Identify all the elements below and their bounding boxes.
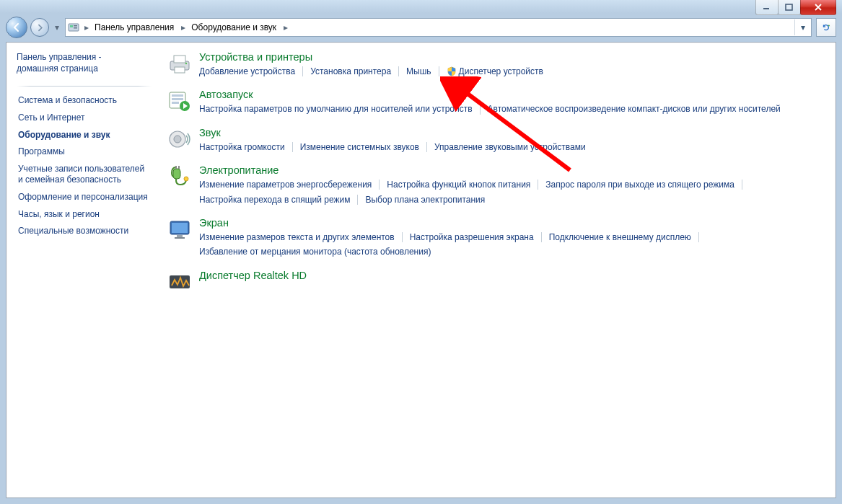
svg-rect-18: [175, 166, 177, 169]
divider: [742, 180, 742, 190]
task-link[interactable]: Добавление устройства: [199, 64, 295, 79]
sidebar-item[interactable]: Учетные записи пользователей и семейная …: [17, 161, 152, 189]
autoplay-icon: [167, 89, 192, 113]
divider: [398, 66, 399, 76]
chevron-right-icon[interactable]: ▸: [82, 22, 92, 32]
display-icon: [167, 217, 192, 242]
task-link[interactable]: Управление звуковыми устройствами: [434, 140, 586, 154]
sidebar-item[interactable]: Система и безопасность: [17, 92, 152, 110]
svg-rect-5: [74, 27, 77, 29]
category: ЭкранИзменение размеров текста и других …: [167, 217, 823, 260]
task-link[interactable]: Автоматическое воспроизведение компакт-д…: [488, 102, 781, 116]
task-link[interactable]: Изменение размеров текста и других элеме…: [199, 230, 395, 244]
window-frame: ▾ ▸ Панель управления ▸ Оборудование и з…: [0, 0, 842, 504]
task-link[interactable]: Мышь: [406, 64, 431, 79]
svg-rect-0: [763, 8, 769, 9]
task-link[interactable]: Изменение параметров энергосбережения: [199, 177, 372, 192]
printer-icon: [167, 51, 192, 76]
control-panel-icon: [66, 22, 82, 33]
sidebar: Панель управления - домашняя страница Си…: [6, 43, 154, 498]
task-link[interactable]: Подключение к внешнему дисплею: [549, 230, 691, 244]
address-bar[interactable]: ▸ Панель управления ▸ Оборудование и зву…: [65, 18, 812, 37]
svg-rect-22: [172, 223, 188, 233]
breadcrumb-seg-control-panel[interactable]: Панель управления: [92, 19, 178, 35]
category: ЗвукНастройка громкостиИзменение системн…: [167, 127, 823, 154]
sidebar-item[interactable]: Программы: [17, 143, 152, 161]
divider: [698, 232, 699, 242]
divider: [541, 232, 542, 242]
category: Устройства и принтерыДобавление устройст…: [167, 51, 823, 79]
chevron-right-icon[interactable]: ▸: [281, 22, 291, 32]
svg-rect-24: [175, 237, 185, 239]
content-frame: Панель управления - домашняя страница Си…: [6, 42, 836, 498]
divider: [538, 180, 538, 190]
nav-forward-button[interactable]: [30, 18, 49, 37]
sidebar-item[interactable]: Специальные возможности: [17, 223, 152, 240]
close-button[interactable]: [800, 0, 836, 15]
realtek-icon: [167, 270, 192, 294]
divider: [379, 180, 380, 190]
sound-icon: [167, 127, 192, 151]
task-link[interactable]: Диспетчер устройств: [447, 64, 543, 79]
svg-rect-11: [172, 94, 183, 97]
category-title[interactable]: Электропитание: [199, 164, 823, 176]
divider: [480, 105, 481, 115]
task-link[interactable]: Настройка функций кнопок питания: [387, 177, 530, 192]
refresh-button[interactable]: [816, 18, 836, 37]
category-title[interactable]: Автозапуск: [199, 89, 823, 100]
divider: [292, 142, 293, 152]
divider: [302, 66, 303, 76]
main-content: Устройства и принтерыДобавление устройст…: [154, 43, 836, 498]
svg-point-9: [185, 63, 187, 64]
sidebar-item[interactable]: Часы, язык и регион: [17, 206, 152, 224]
category-title[interactable]: Диспетчер Realtek HD: [199, 270, 823, 281]
category-title[interactable]: Экран: [199, 217, 823, 229]
breadcrumb-seg-hardware-sound[interactable]: Оборудование и звук: [188, 19, 281, 35]
svg-rect-4: [74, 25, 77, 27]
category-title[interactable]: Устройства и принтеры: [199, 51, 823, 63]
sidebar-item[interactable]: Сеть и Интернет: [17, 110, 152, 127]
svg-rect-13: [172, 102, 179, 104]
chevron-right-icon[interactable]: ▸: [178, 22, 188, 32]
nav-back-button[interactable]: [6, 17, 27, 38]
category: Диспетчер Realtek HD: [167, 270, 823, 294]
sidebar-item[interactable]: Оборудование и звук: [17, 127, 152, 144]
svg-point-16: [174, 136, 181, 143]
svg-rect-19: [178, 166, 180, 169]
svg-rect-23: [177, 235, 183, 237]
svg-rect-17: [173, 169, 180, 179]
task-link[interactable]: Выбор плана электропитания: [365, 193, 485, 207]
task-link[interactable]: Установка принтера: [310, 64, 391, 79]
category: АвтозапускНастройка параметров по умолча…: [167, 89, 823, 116]
category: ЭлектропитаниеИзменение параметров энерг…: [167, 164, 823, 207]
sidebar-home-link[interactable]: Панель управления - домашняя страница: [17, 48, 152, 81]
divider: [439, 66, 439, 76]
power-icon: [167, 164, 192, 189]
svg-rect-7: [174, 56, 185, 63]
task-link[interactable]: Изменение системных звуков: [300, 140, 419, 154]
shield-icon: [447, 66, 457, 76]
titlebar[interactable]: [0, 0, 842, 13]
maximize-button[interactable]: [778, 0, 801, 15]
svg-point-20: [184, 177, 188, 181]
svg-rect-1: [786, 4, 792, 10]
navbar: ▾ ▸ Панель управления ▸ Оборудование и з…: [6, 16, 836, 39]
divider: [426, 142, 427, 152]
task-link[interactable]: Настройка громкости: [199, 140, 285, 154]
task-link[interactable]: Запрос пароля при выходе из спящего режи…: [545, 177, 734, 192]
divider: [357, 195, 358, 205]
svg-rect-3: [70, 25, 73, 27]
category-title[interactable]: Звук: [199, 127, 823, 138]
task-link[interactable]: Настройка разрешения экрана: [410, 230, 534, 244]
nav-history-dropdown[interactable]: ▾: [52, 17, 62, 37]
task-link[interactable]: Настройка параметров по умолчанию для но…: [199, 102, 473, 116]
address-dropdown-button[interactable]: ▾: [794, 19, 811, 35]
task-link[interactable]: Настройка перехода в спящий режим: [199, 193, 350, 207]
minimize-button[interactable]: [755, 0, 779, 15]
divider: [17, 86, 152, 87]
svg-rect-12: [172, 98, 183, 100]
sidebar-item[interactable]: Оформление и персонализация: [17, 189, 152, 206]
divider: [402, 232, 403, 242]
svg-rect-8: [175, 67, 185, 73]
task-link[interactable]: Избавление от мерцания монитора (частота…: [199, 244, 431, 259]
